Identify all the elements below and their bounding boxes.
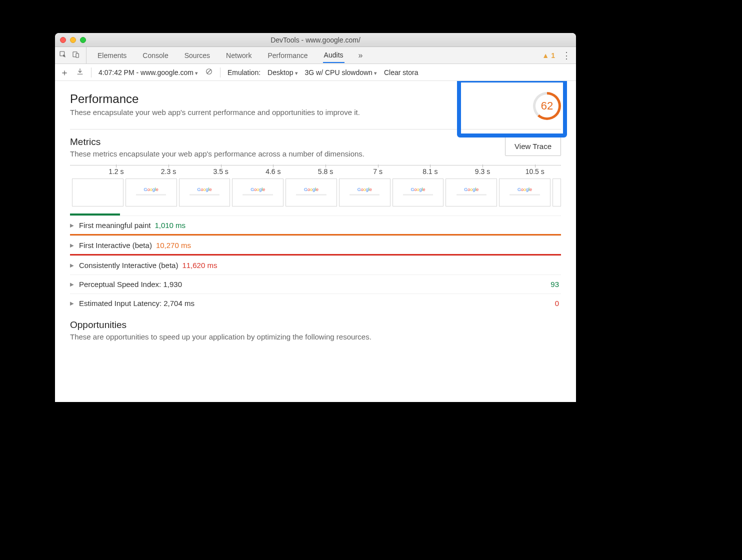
emulation-label: Emulation: xyxy=(228,68,260,76)
traffic-lights xyxy=(60,37,86,43)
tab-sources[interactable]: Sources xyxy=(184,48,211,62)
timeline-ticks: 1.2 s 2.3 s 3.5 s 4.6 s 5.8 s 7 s 8.1 s … xyxy=(70,168,561,176)
expand-icon[interactable]: ▶ xyxy=(70,282,74,287)
metric-value: 1,010 ms xyxy=(154,221,186,230)
timeline-tick: 1.2 s xyxy=(90,168,142,176)
more-options-icon[interactable]: ⋮ xyxy=(562,50,571,61)
device-toolbar-icon[interactable] xyxy=(72,50,80,60)
audit-report: Performance These encapsulate your web a… xyxy=(55,81,576,402)
svg-rect-2 xyxy=(76,54,78,58)
performance-score-value: 62 xyxy=(541,100,553,112)
minimize-window-button[interactable] xyxy=(70,37,76,43)
metrics-section-title: Metrics xyxy=(70,136,364,148)
metric-row-speed-index[interactable]: ▶ Perceptual Speed Index: 1,930 93 xyxy=(70,274,561,294)
warning-icon: ▲ xyxy=(542,52,549,60)
tab-audits[interactable]: Audits xyxy=(323,48,344,63)
metric-value: 11,620 ms xyxy=(182,261,217,270)
metric-value: 10,270 ms xyxy=(156,241,191,250)
timeline-tick: 9.3 s xyxy=(456,168,509,176)
devtools-window: DevTools - www.google.com/ Elements Cons… xyxy=(55,33,576,402)
tab-performance[interactable]: Performance xyxy=(266,48,308,62)
timeline-tick: 2.3 s xyxy=(142,168,195,176)
expand-icon[interactable]: ▶ xyxy=(70,262,74,268)
screenshot-frame[interactable]: Google xyxy=(126,178,177,206)
metric-name: First Interactive (beta) xyxy=(79,241,152,250)
expand-icon[interactable]: ▶ xyxy=(70,242,74,248)
opportunities-section-title: Opportunities xyxy=(70,320,561,330)
warnings-badge[interactable]: ▲ 1 xyxy=(542,52,555,60)
timeline-tick: 5.8 s xyxy=(300,168,352,176)
new-audit-button[interactable]: ＋ xyxy=(60,66,69,78)
screenshots-timeline: 1.2 s 2.3 s 3.5 s 4.6 s 5.8 s 7 s 8.1 s … xyxy=(70,165,561,206)
performance-section-title: Performance xyxy=(70,92,360,106)
tabs-overflow-icon[interactable]: » xyxy=(358,51,363,60)
timeline-tick: 8.1 s xyxy=(404,168,456,176)
tab-network[interactable]: Network xyxy=(225,48,252,62)
screenshot-frame[interactable] xyxy=(72,178,124,206)
metric-score: 0 xyxy=(555,299,561,308)
download-report-icon[interactable] xyxy=(76,68,84,77)
divider xyxy=(70,129,561,130)
metric-name: Estimated Input Latency: 2,704 ms xyxy=(79,299,194,308)
screenshot-frame[interactable] xyxy=(552,178,561,206)
metric-name: First meaningful paint xyxy=(79,221,150,230)
performance-section-description: These encapsulate your web app's current… xyxy=(70,108,360,116)
expand-icon[interactable]: ▶ xyxy=(70,300,74,306)
devtools-tabbar: Elements Console Sources Network Perform… xyxy=(55,47,576,64)
screenshot-frame[interactable]: Google xyxy=(499,178,550,206)
screenshot-frame[interactable]: Google xyxy=(392,178,444,206)
zoom-window-button[interactable] xyxy=(80,37,86,43)
screenshot-frame[interactable]: Google xyxy=(286,178,337,206)
expand-icon[interactable]: ▶ xyxy=(70,222,74,228)
screenshot-frame[interactable]: Google xyxy=(339,178,390,206)
panel-tabs: Elements Console Sources Network Perform… xyxy=(86,48,542,63)
timeline-tick: 3.5 s xyxy=(194,168,247,176)
clear-storage-toggle[interactable]: Clear stora xyxy=(384,68,418,76)
screenshot-frame[interactable]: Google xyxy=(446,178,497,206)
timeline-tick: 10.5 s xyxy=(508,168,561,176)
view-trace-button[interactable]: View Trace xyxy=(505,136,561,156)
audits-toolbar: ＋ 4:07:42 PM - www.google.com Emulation:… xyxy=(55,64,576,81)
session-dropdown[interactable]: 4:07:42 PM - www.google.com xyxy=(98,68,198,76)
tab-elements[interactable]: Elements xyxy=(96,48,128,62)
inspect-element-icon[interactable] xyxy=(59,50,67,60)
opportunities-section-description: These are opportunities to speed up your… xyxy=(70,332,561,341)
screenshot-frame[interactable]: Google xyxy=(179,178,230,206)
metric-name: Perceptual Speed Index: 1,930 xyxy=(79,280,182,288)
performance-score-gauge: 62 xyxy=(533,92,561,120)
metric-row-first-interactive[interactable]: ▶ First Interactive (beta) 10,270 ms xyxy=(70,236,561,254)
screenshot-frames: Google Google Google Google Google Googl… xyxy=(70,178,561,206)
tab-console[interactable]: Console xyxy=(142,48,169,62)
timeline-tick: 7 s xyxy=(352,168,404,176)
clear-audit-icon[interactable] xyxy=(205,68,213,77)
metric-row-input-latency[interactable]: ▶ Estimated Input Latency: 2,704 ms 0 xyxy=(70,294,561,312)
metric-name: Consistently Interactive (beta) xyxy=(79,261,178,270)
timeline-tick: 4.6 s xyxy=(247,168,300,176)
metric-row-consistently-interactive[interactable]: ▶ Consistently Interactive (beta) 11,620… xyxy=(70,256,561,274)
throttle-dropdown[interactable]: 3G w/ CPU slowdown xyxy=(305,68,377,76)
warning-count: 1 xyxy=(551,52,555,60)
window-title: DevTools - www.google.com/ xyxy=(55,36,576,44)
metric-row-fmp[interactable]: ▶ First meaningful paint 1,010 ms xyxy=(70,216,561,234)
metric-score: 93 xyxy=(550,280,561,288)
device-dropdown[interactable]: Desktop xyxy=(268,68,298,76)
titlebar: DevTools - www.google.com/ xyxy=(55,33,576,47)
metrics-section-description: These metrics encapsulate your web app's… xyxy=(70,150,364,158)
screenshot-frame[interactable]: Google xyxy=(232,178,284,206)
close-window-button[interactable] xyxy=(60,37,66,43)
